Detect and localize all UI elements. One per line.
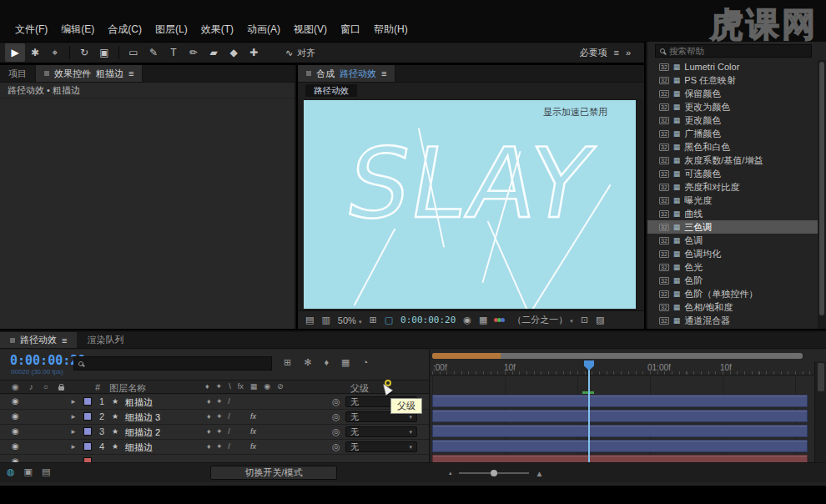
layer-fx-badge[interactable]: fx [250, 442, 256, 451]
audio-icon[interactable]: ♪ [29, 382, 33, 391]
panel-menu-icon[interactable]: ≡ [62, 335, 67, 345]
layer-name[interactable]: 细描边 [125, 441, 153, 454]
effect-item[interactable]: 32▦可选颜色 [647, 167, 819, 180]
show-snapshot-icon[interactable]: ▦ [479, 315, 487, 325]
pen-tool[interactable]: ✎ [144, 43, 164, 62]
expand-inout-pane-icon[interactable]: ▤ [42, 466, 50, 477]
layer-color-swatch[interactable] [83, 412, 92, 421]
effect-item[interactable]: 32▦曲线 [647, 207, 819, 220]
menu-help[interactable]: 帮助(H) [374, 23, 408, 37]
pick-whip-icon[interactable]: ◎ [332, 426, 340, 437]
effect-item[interactable]: 32▦更改颜色 [647, 113, 819, 127]
layer-row[interactable]: ◉ ► 2 ★ 细描边 3 ♦ ✦ / fx ◎ 无 ▾ [0, 410, 429, 425]
layer-duration-bar[interactable] [432, 440, 808, 452]
expand-switches-pane-icon[interactable]: ◍ [7, 466, 15, 477]
main-viewer-icon[interactable]: ▥ [321, 315, 330, 325]
magnification-dropdown[interactable]: 50% ▾ [338, 315, 362, 325]
layer-duration-bar[interactable] [432, 395, 808, 407]
camera-tool[interactable]: ▣ [94, 43, 114, 62]
clone-stamp-tool[interactable]: ▰ [204, 43, 224, 62]
layer-row[interactable]: ◉ ► 3 ★ 细描边 2 ♦ ✦ / fx ◎ 无 ▾ [0, 425, 429, 440]
panel-menu-icon[interactable]: ≡ [128, 68, 133, 78]
lock-icon[interactable] [58, 386, 64, 391]
effect-item[interactable]: 32▦更改为颜色 [647, 100, 819, 113]
zoom-slider-knob[interactable] [491, 470, 497, 476]
layer-row[interactable]: ◉ ► 4 ★ 细描边 ♦ ✦ / fx ◎ 无 ▾ [0, 440, 429, 455]
eye-icon[interactable]: ◉ [12, 426, 19, 436]
zoom-out-icon[interactable]: ▴ [449, 470, 452, 476]
type-tool[interactable]: T [164, 43, 184, 62]
layer-color-swatch[interactable] [83, 427, 92, 436]
solo-icon[interactable]: ○ [43, 382, 48, 391]
layer-duration-bar[interactable] [432, 410, 808, 422]
effect-item[interactable]: 32▦色阶 [647, 274, 819, 287]
workspace-label[interactable]: 必要项 [579, 47, 607, 59]
parent-dropdown[interactable]: 无 ▾ [345, 426, 417, 437]
menu-file[interactable]: 文件(F) [15, 23, 48, 37]
effect-item[interactable]: 32▦亮度和对比度 [647, 180, 819, 194]
effect-item[interactable]: 32▦色调 [647, 234, 819, 247]
timeline-search-box[interactable] [73, 356, 272, 370]
comp-subtab[interactable]: 路径动效 [305, 84, 357, 97]
tab-effect-controls[interactable]: 效果控件 粗描边 ≡ [36, 65, 143, 82]
shape-tool[interactable]: ▭ [123, 43, 144, 62]
rotate-tool[interactable]: ↻ [74, 43, 94, 62]
layer-row[interactable]: ◉ ► 1 ★ 粗描边 ♦ ✦ / ◎ 无 ▾ [0, 395, 429, 410]
layer-switches[interactable]: ♦ ✦ / [207, 412, 232, 421]
motion-blur-icon[interactable]: ◔ [362, 357, 368, 368]
hand-tool[interactable]: ✱ [25, 43, 45, 62]
effect-item[interactable]: 32▦灰度系数/基值/增益 [647, 154, 819, 167]
draft-3d-icon[interactable]: ✻ [304, 357, 311, 368]
timeline-search-input[interactable] [88, 359, 267, 369]
hide-shy-icon[interactable]: ♦ [324, 357, 329, 368]
effect-item[interactable]: 32▦曝光度 [647, 194, 819, 207]
playhead-line[interactable] [588, 361, 590, 464]
toggle-switches-modes-button[interactable]: 切换开关/模式 [210, 466, 337, 480]
align-label[interactable]: 对齐 [297, 47, 315, 59]
layer-fx-badge[interactable]: fx [250, 427, 256, 436]
expand-transfer-pane-icon[interactable]: ▣ [24, 466, 33, 477]
layer-name[interactable]: 细描边 2 [125, 426, 160, 439]
workspace-menu-icon[interactable]: ≡ [613, 48, 618, 58]
toolbar-overflow-icon[interactable]: » [626, 48, 631, 58]
eye-icon[interactable]: ◉ [12, 441, 19, 451]
zoom-in-icon[interactable]: ▲ [536, 469, 544, 478]
menu-edit[interactable]: 编辑(E) [61, 23, 94, 37]
menu-effect[interactable]: 效果(T) [201, 23, 234, 37]
region-of-interest-icon[interactable]: ⊡ [581, 315, 588, 325]
menu-view[interactable]: 视图(V) [294, 23, 327, 37]
time-ruler[interactable]: :00f 10f 01:00f 10f [431, 361, 814, 375]
scrollbar-thumb[interactable] [819, 62, 824, 315]
preview-timecode[interactable]: 0:00:00:20 [400, 315, 456, 325]
expand-arrow-icon[interactable]: ► [70, 443, 77, 451]
layer-fx-badge[interactable]: fx [250, 412, 256, 421]
puppet-pin-tool[interactable]: ✚ [244, 43, 264, 62]
selection-tool[interactable]: ▶ [5, 43, 25, 62]
expand-arrow-icon[interactable]: ► [70, 398, 77, 406]
layer-switches[interactable]: ♦ ✦ / [207, 442, 232, 451]
tab-render-queue[interactable]: 渲染队列 [77, 332, 133, 348]
effect-item[interactable]: 32▦色光 [647, 260, 819, 274]
effect-item[interactable]: 32▦色相/饱和度 [647, 300, 819, 314]
effects-scrollbar[interactable] [818, 60, 826, 329]
mask-visibility-icon[interactable]: ▢ [385, 315, 393, 325]
layer-color-swatch[interactable] [83, 397, 92, 406]
effect-item-selected[interactable]: 32▦三色调 [647, 220, 819, 234]
transparency-grid-icon[interactable]: ▨ [596, 315, 604, 325]
layer-name[interactable]: 粗描边 [125, 396, 153, 409]
panel-menu-icon[interactable]: ≡ [381, 68, 386, 78]
comp-canvas[interactable]: 显示加速已禁用 SLAY [304, 100, 636, 309]
menu-layer[interactable]: 图层(L) [155, 23, 188, 37]
layer-switches[interactable]: ♦ ✦ / [207, 397, 232, 406]
timeline-zoom-slider[interactable]: ▴ ▲ [449, 463, 543, 483]
effect-item[interactable]: 32▦色阶（单独控件） [647, 287, 819, 300]
pick-whip-icon[interactable]: ◎ [332, 396, 340, 407]
frame-blend-icon[interactable]: ▦ [341, 357, 350, 368]
zoom-tool[interactable]: ⌖ [45, 43, 65, 62]
search-help-input[interactable] [669, 46, 807, 56]
effect-item[interactable]: 32▦黑色和白色 [647, 140, 819, 154]
scrollbar-thumb[interactable] [818, 363, 824, 391]
effect-item[interactable]: 32▦广播颜色 [647, 127, 819, 140]
menu-composition[interactable]: 合成(C) [108, 23, 142, 37]
tab-project[interactable]: 项目 [0, 65, 36, 82]
